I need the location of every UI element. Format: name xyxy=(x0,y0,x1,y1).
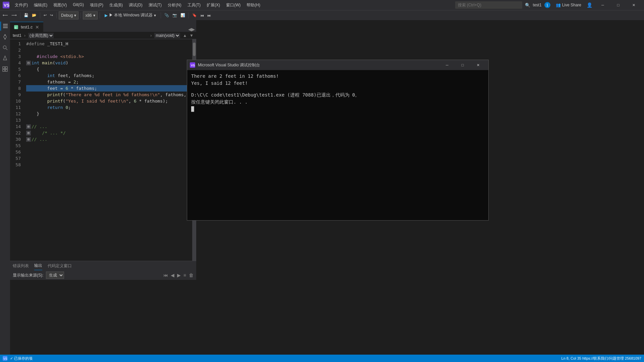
debug-close-button[interactable]: ✕ xyxy=(470,60,486,70)
menu-edit[interactable]: 编辑(E) xyxy=(31,2,50,9)
live-share-button[interactable]: 👥 Live Share xyxy=(553,2,584,8)
code-line-55 xyxy=(26,142,190,149)
code-line-56 xyxy=(26,149,190,155)
fold-indicator-14[interactable]: ⊞ xyxy=(26,124,31,129)
activity-extensions[interactable] xyxy=(0,64,10,74)
output-content[interactable] xyxy=(10,280,196,355)
output-btn-next[interactable]: ▶ xyxy=(177,273,181,278)
file-label: test1 xyxy=(13,33,21,38)
menu-window[interactable]: 窗口(W) xyxy=(223,2,243,9)
tab-error-list[interactable]: 错误列表 xyxy=(13,262,29,270)
svg-point-6 xyxy=(4,34,6,36)
window-controls: ─ □ ✕ xyxy=(595,0,641,10)
svg-rect-13 xyxy=(5,69,7,71)
panel-scroll-right[interactable]: ▶ xyxy=(192,27,195,32)
debug-console-logo: VS xyxy=(190,62,195,68)
search-icon[interactable]: 🔍 xyxy=(525,3,530,8)
tab-code-definition[interactable]: 代码定义窗口 xyxy=(48,262,72,270)
code-line-13 xyxy=(26,117,190,123)
fold-indicator-30[interactable]: ⊞ xyxy=(26,137,31,142)
menu-project[interactable]: 项目(P) xyxy=(87,2,106,9)
line-numbers: 1 2 3 4 5 6 7 8 9 10 11 12 13 14 22 30 5… xyxy=(10,39,23,261)
editor-scroll-top[interactable]: ▲ xyxy=(183,33,187,38)
svg-rect-4 xyxy=(3,27,8,28)
attach-button[interactable]: 📎 xyxy=(163,11,170,19)
menu-build[interactable]: 生成(B) xyxy=(107,2,125,9)
code-line-9: printf("There are %d feet in %d fathoms!… xyxy=(26,92,190,98)
activity-solution-explorer[interactable] xyxy=(0,21,10,31)
save-all-button[interactable]: 💾 xyxy=(22,11,30,19)
tab-output[interactable]: 输出 xyxy=(34,261,42,270)
c-file-icon: C xyxy=(14,25,18,29)
maximize-button[interactable]: □ xyxy=(610,0,626,10)
code-line-1: #define _TEST1_H xyxy=(26,41,190,47)
menu-analyze[interactable]: 分析(N) xyxy=(165,2,184,9)
function-selector[interactable]: main(void) xyxy=(154,33,180,38)
toolbar: ⟵ ⟶ 💾 📂 ↩ ↪ Debug ▾ x86 ▾ ▶ ▶ 本地 Windows… xyxy=(0,10,644,20)
minimize-button[interactable]: ─ xyxy=(595,0,610,10)
output-btn-list[interactable]: ≡ xyxy=(183,273,186,278)
activity-search[interactable] xyxy=(0,43,10,52)
svg-rect-12 xyxy=(3,69,5,71)
menu-extensions[interactable]: 扩展(X) xyxy=(204,2,223,9)
forward-button[interactable]: ⟶ xyxy=(10,11,18,19)
scope-selector[interactable]: (全局范围) xyxy=(28,33,54,38)
profile-icon[interactable]: 👤 xyxy=(587,2,592,8)
vs-logo: VS xyxy=(3,2,9,8)
fold-indicator-22[interactable]: ⊞ xyxy=(26,131,31,135)
code-content[interactable]: #define _TEST1_H #include <stdio.h> ⊟int… xyxy=(23,39,192,261)
run-debugger-button[interactable]: ▶ ▶ 本地 Windows 调试器 ▾ xyxy=(102,11,159,19)
status-saved-label: ✓ 已保存的项 xyxy=(10,356,33,361)
screenshot-button[interactable]: 📷 xyxy=(171,11,178,19)
menu-debug[interactable]: 调试(D) xyxy=(126,2,145,9)
menu-git[interactable]: Git(G) xyxy=(70,2,87,9)
back-button[interactable]: ⟵ xyxy=(1,11,9,19)
dropdown-arrow-icon-3: ▾ xyxy=(154,13,156,18)
panel-scroll-left[interactable]: ◀ xyxy=(188,27,192,32)
code-line-11: return 0; xyxy=(26,104,190,111)
activity-git[interactable] xyxy=(0,32,10,42)
svg-line-9 xyxy=(6,49,7,50)
debug-line-2: Yes, I said 12 feet! xyxy=(191,80,484,87)
menu-test[interactable]: 测试(T) xyxy=(146,2,164,9)
editor-tab-test1c[interactable]: C test1.c ✕ xyxy=(10,22,43,32)
menu-file[interactable]: 文件(F) xyxy=(12,2,31,9)
output-btn-clear[interactable]: 🗑 xyxy=(189,273,194,278)
search-input[interactable] xyxy=(455,1,522,9)
svg-text:VS: VS xyxy=(4,3,9,8)
debug-console-titlebar: VS Microsoft Visual Studio 调试控制台 ─ □ ✕ xyxy=(187,60,488,70)
debug-config-dropdown[interactable]: Debug ▾ xyxy=(59,11,78,19)
arch-dropdown[interactable]: x86 ▾ xyxy=(83,11,97,19)
fold-indicator-4[interactable]: ⊟ xyxy=(26,61,31,65)
menu-help[interactable]: 帮助(H) xyxy=(244,2,263,9)
debug2-button[interactable]: ⏮ xyxy=(199,11,205,19)
editor-scroll-down[interactable]: ▼ xyxy=(190,33,194,38)
output-source-select[interactable]: 生成 xyxy=(46,272,64,279)
output-btn-prev[interactable]: ◀ xyxy=(171,273,174,278)
debug-console-content[interactable]: There are 2 feet in 12 fathoms! Yes, I s… xyxy=(187,70,488,220)
open-file-button[interactable]: 📂 xyxy=(31,11,38,19)
tab-close-button[interactable]: ✕ xyxy=(35,24,39,30)
bookmark-button[interactable]: 🔖 xyxy=(191,11,198,19)
debug-console-title: Microsoft Visual Studio 调试控制台 xyxy=(198,62,437,68)
notification-badge[interactable]: 1 xyxy=(544,2,550,8)
menu-view[interactable]: 视图(V) xyxy=(51,2,69,9)
debug-maximize-button[interactable]: □ xyxy=(455,60,470,70)
code-line-2 xyxy=(26,47,190,53)
redo-button[interactable]: ↪ xyxy=(49,11,54,19)
menu-tools[interactable]: 工具(T) xyxy=(185,2,203,9)
extensions-icon xyxy=(2,66,8,72)
debug-line-3 xyxy=(191,87,484,92)
debug3-button[interactable]: ⏭ xyxy=(206,11,212,19)
svg-rect-10 xyxy=(3,67,5,69)
code-editor[interactable]: 1 2 3 4 5 6 7 8 9 10 11 12 13 14 22 30 5… xyxy=(10,39,196,261)
close-button[interactable]: ✕ xyxy=(626,0,641,10)
scrollbar-thumb[interactable] xyxy=(193,43,196,56)
undo-button[interactable]: ↩ xyxy=(42,11,48,19)
perf-button[interactable]: 📊 xyxy=(179,11,186,19)
toolbar-sep-4 xyxy=(80,12,81,18)
debug-minimize-button[interactable]: ─ xyxy=(439,60,455,70)
activity-debug[interactable] xyxy=(0,54,10,63)
output-btn-first[interactable]: ⏮ xyxy=(163,273,168,278)
output-tabs-bar: 错误列表 输出 代码定义窗口 xyxy=(10,261,196,270)
